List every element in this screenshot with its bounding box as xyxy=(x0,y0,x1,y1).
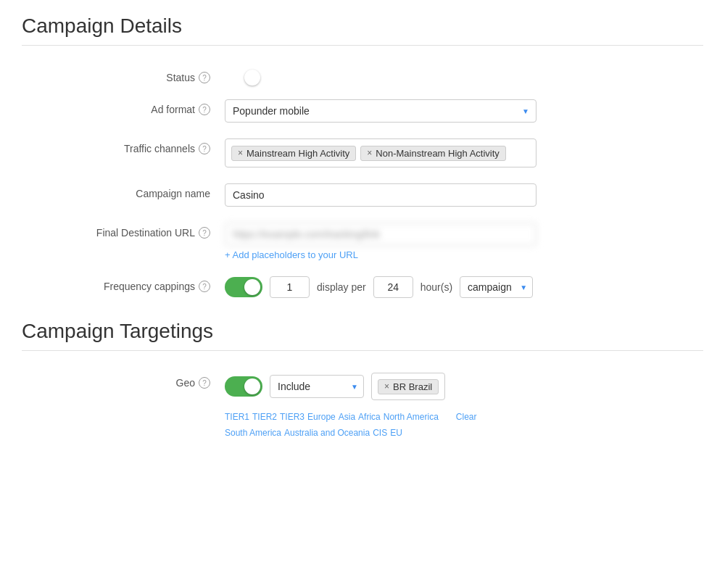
tag-remove-2[interactable]: × xyxy=(367,149,372,157)
geo-row: Geo ? Include Exclude xyxy=(22,373,703,438)
ad-format-select-wrapper: Popunder mobile Popunder desktop Banner … xyxy=(225,99,536,123)
traffic-channels-row: Traffic channels ? × Mainstream High Act… xyxy=(22,138,703,167)
ad-format-help-icon[interactable]: ? xyxy=(199,104,210,115)
traffic-channels-help-icon[interactable]: ? xyxy=(199,143,210,154)
geo-inputs-row: Include Exclude × BR Brazil xyxy=(225,373,445,400)
traffic-channel-tag-1: × Mainstream High Activity xyxy=(231,146,356,161)
geo-clear-link[interactable]: Clear xyxy=(456,412,477,422)
geo-control: Include Exclude × BR Brazil TIER1 TIER2 xyxy=(225,373,477,438)
campaign-name-label: Campaign name xyxy=(65,183,225,199)
geo-tag-br: × BR Brazil xyxy=(378,379,439,394)
geo-shortcut-africa[interactable]: Africa xyxy=(358,412,381,422)
frequency-cappings-control: display per hour(s) campaign user xyxy=(225,276,536,298)
toggle-thumb xyxy=(244,70,260,86)
frequency-inputs-row: display per hour(s) campaign user xyxy=(225,276,536,298)
frequency-scope-select[interactable]: campaign user xyxy=(460,276,533,298)
frequency-hours-input[interactable] xyxy=(373,276,413,298)
hours-label: hour(s) xyxy=(420,281,452,293)
frequency-scope-wrapper: campaign user xyxy=(460,276,533,298)
traffic-channels-control: × Mainstream High Activity × Non-Mainstr… xyxy=(225,138,536,167)
geo-shortcut-asia[interactable]: Asia xyxy=(339,412,355,422)
final-url-help-icon[interactable]: ? xyxy=(199,227,210,239)
frequency-cappings-label: Frequency cappings ? xyxy=(65,276,225,292)
final-url-control: + Add placeholders to your URL xyxy=(225,223,536,260)
ad-format-control: Popunder mobile Popunder desktop Banner … xyxy=(225,99,536,123)
add-placeholder-link[interactable]: + Add placeholders to your URL xyxy=(225,249,358,260)
campaign-name-row: Campaign name xyxy=(22,183,703,207)
geo-label: Geo ? xyxy=(65,373,225,389)
geo-tag-remove-br[interactable]: × xyxy=(384,382,389,391)
status-label: Status ? xyxy=(65,67,225,83)
final-url-input[interactable] xyxy=(225,223,536,246)
geo-toggle-thumb xyxy=(244,378,260,394)
geo-shortcuts: TIER1 TIER2 TIER3 Europe Asia Africa Nor… xyxy=(225,412,477,422)
geo-shortcut-north-america[interactable]: North America xyxy=(384,412,439,422)
geo-shortcut-cis[interactable]: CIS xyxy=(373,428,387,438)
ad-format-label: Ad format ? xyxy=(65,99,225,115)
campaign-details-title: Campaign Details xyxy=(22,15,703,38)
final-url-row: Final Destination URL ? + Add placeholde… xyxy=(22,223,703,260)
frequency-cappings-row: Frequency cappings ? display per hour(s)… xyxy=(22,276,703,298)
status-help-icon[interactable]: ? xyxy=(199,72,210,83)
section-divider-2 xyxy=(22,350,703,351)
traffic-channels-tags-container[interactable]: × Mainstream High Activity × Non-Mainstr… xyxy=(225,138,536,167)
geo-tags-container[interactable]: × BR Brazil xyxy=(371,373,445,400)
campaign-name-control xyxy=(225,183,536,207)
geo-mode-select-wrapper: Include Exclude xyxy=(270,375,364,398)
ad-format-row: Ad format ? Popunder mobile Popunder des… xyxy=(22,99,703,123)
campaign-targetings-title: Campaign Targetings xyxy=(22,320,703,343)
frequency-count-input[interactable] xyxy=(270,276,310,298)
geo-shortcut-tier1[interactable]: TIER1 xyxy=(225,412,249,422)
section-divider-1 xyxy=(22,45,703,46)
frequency-toggle[interactable] xyxy=(225,277,262,297)
geo-help-icon[interactable]: ? xyxy=(199,377,210,389)
final-url-label: Final Destination URL ? xyxy=(65,223,225,239)
display-per-label: display per xyxy=(317,281,366,293)
geo-shortcut-europe[interactable]: Europe xyxy=(307,412,336,422)
status-row: Status ? xyxy=(22,67,703,83)
ad-format-select[interactable]: Popunder mobile Popunder desktop Banner … xyxy=(225,99,536,123)
tag-remove-1[interactable]: × xyxy=(238,149,243,157)
traffic-channels-label: Traffic channels ? xyxy=(65,138,225,154)
geo-toggle[interactable] xyxy=(225,376,262,397)
geo-shortcut-tier3[interactable]: TIER3 xyxy=(280,412,304,422)
freq-toggle-thumb xyxy=(244,279,260,295)
geo-shortcuts-row2: South America Australia and Oceania CIS … xyxy=(225,428,402,438)
geo-mode-select[interactable]: Include Exclude xyxy=(270,375,364,398)
geo-shortcut-tier2[interactable]: TIER2 xyxy=(252,412,277,422)
geo-shortcut-eu[interactable]: EU xyxy=(390,428,402,438)
frequency-help-icon[interactable]: ? xyxy=(199,281,210,292)
campaign-targetings-section: Campaign Targetings Geo ? Include xyxy=(22,320,703,438)
geo-shortcut-australia[interactable]: Australia and Oceania xyxy=(284,428,370,438)
geo-shortcut-south-america[interactable]: South America xyxy=(225,428,281,438)
traffic-channel-tag-2: × Non-Mainstream High Activity xyxy=(360,146,506,161)
campaign-name-input[interactable] xyxy=(225,183,536,207)
